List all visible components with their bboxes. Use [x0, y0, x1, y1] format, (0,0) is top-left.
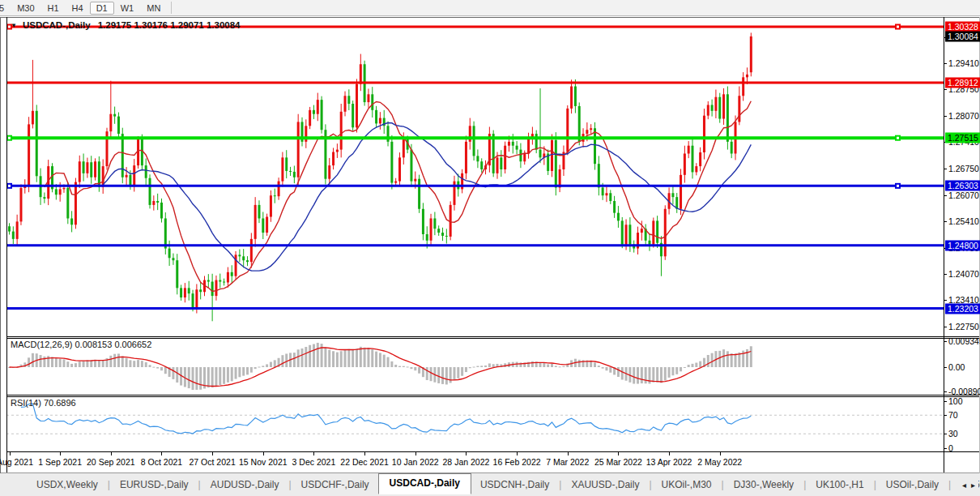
chart-title-ohlc: 1.29175 1.30176 1.29071 1.30084	[98, 20, 241, 30]
tab-usdcnh-daily[interactable]: USDCNH-,Daily	[471, 475, 558, 494]
tab-eurusd-daily[interactable]: EURUSD-,Daily	[111, 475, 198, 494]
rsi-pane-canvas[interactable]	[6, 396, 944, 451]
date-axis-tickmark	[161, 452, 162, 455]
price-axis-tickmark	[944, 274, 947, 275]
tab-ukoil-m30[interactable]: UKOil-,M30	[653, 475, 721, 494]
price-axis-label: 1.24070	[948, 269, 979, 279]
price-axis-tickmark	[944, 300, 947, 301]
tab-usdchf-daily[interactable]: USDCHF-,Daily	[292, 475, 378, 494]
date-axis-tickmark	[415, 452, 416, 455]
date-axis-label: 27 Oct 2021	[190, 457, 236, 467]
price-axis-label: 1.25410	[948, 216, 979, 226]
rsi-axis-tickmark	[944, 434, 947, 434]
timeframe-button-h1[interactable]: H1	[41, 2, 66, 15]
price-axis-label: 1.28070	[948, 111, 979, 121]
date-axis-label: 28 Jan 2022	[443, 457, 490, 467]
date-axis-tickmark	[263, 452, 264, 455]
tab-usoil-daily[interactable]: USOil-,Daily	[877, 475, 948, 494]
frame-line	[6, 395, 980, 396]
price-tag-1.23203: 1.23203	[945, 303, 980, 314]
price-tag-1.28912: 1.28912	[945, 78, 980, 88]
price-tag-1.24800: 1.24800	[945, 240, 980, 250]
date-axis-label: 13 Aug 2021	[0, 457, 33, 467]
price-tag-1.27515: 1.27515	[945, 133, 980, 143]
price-axis-label: 1.26070	[948, 190, 979, 200]
tab-audusd-daily[interactable]: AUDUSD-,Daily	[202, 475, 288, 494]
date-axis-label: 2 May 2022	[697, 457, 742, 467]
tab-usdcad-daily[interactable]: USDCAD-,Daily	[378, 473, 471, 494]
date-axis-label: 13 Apr 2022	[646, 457, 692, 467]
rsi-axis-label: 0	[948, 443, 953, 453]
date-axis-label: 7 Mar 2022	[546, 457, 589, 467]
tabs-scroll-left-icon[interactable]: ◂	[962, 481, 966, 490]
ma-slow-line	[103, 123, 751, 272]
date-axis-tickmark	[720, 452, 721, 455]
price-axis-tickmark	[944, 89, 947, 90]
tab-dj30-weekly[interactable]: DJ30-,Weekly	[725, 475, 803, 494]
price-axis-label: 1.29410	[948, 58, 979, 68]
rsi-axis-tickmark	[944, 415, 947, 416]
date-axis-label: 25 Mar 2022	[594, 457, 642, 467]
date-axis-label: 16 Feb 2022	[493, 457, 541, 467]
date-axis-tickmark	[212, 452, 213, 455]
timeframe-button-m30[interactable]: M30	[11, 2, 40, 15]
chart-title: ▼ USDCAD-,Daily 1.29175 1.30176 1.29071 …	[11, 20, 241, 30]
macd-axis-label: -0.008902	[948, 387, 980, 396]
tab-uk100-h1[interactable]: UK100-,H1	[807, 475, 872, 494]
symbol-tab-bar: USDX,Weekly|EURUSD-,Daily|AUDUSD-,Daily|…	[0, 473, 980, 496]
price-axis-tickmark	[944, 63, 947, 64]
date-axis-label: 8 Oct 2021	[141, 457, 182, 467]
rsi-axis-label: 70	[948, 410, 958, 420]
tab-usdx-weekly[interactable]: USDX,Weekly	[28, 475, 107, 494]
macd-axis-tickmark	[944, 341, 947, 342]
date-axis-tickmark	[669, 452, 670, 455]
date-axis-label: 3 Dec 2021	[292, 457, 336, 467]
macd-axis-tickmark	[944, 367, 947, 368]
price-axis-label: 1.22750	[948, 322, 979, 331]
date-axis-tickmark	[111, 452, 112, 455]
frame-line	[0, 17, 980, 18]
date-axis-label: 20 Sep 2021	[87, 457, 135, 467]
macd-axis-label: 0.00	[948, 362, 965, 372]
price-axis-tickmark	[944, 195, 947, 196]
date-axis-label: 22 Dec 2021	[340, 457, 389, 467]
timeframe-button-w1[interactable]: W1	[114, 2, 141, 15]
tab-scroll-arrows: ◂ ▸	[959, 473, 978, 496]
frame-line	[6, 338, 980, 339]
date-axis-tickmark	[517, 452, 518, 455]
price-axis-tickmark	[944, 116, 947, 117]
date-axis-label: 15 Nov 2021	[239, 457, 288, 467]
rsi-line	[21, 404, 751, 434]
date-axis-label: 10 Jan 2022	[392, 457, 439, 467]
date-axis-tickmark	[313, 452, 314, 455]
timeframe-button-h4[interactable]: H4	[66, 2, 90, 15]
frame-line	[944, 17, 944, 472]
rsi-indicator-label: RSI(14) 70.6896	[11, 398, 76, 408]
macd-indicator-label: MACD(12,26,9) 0.008153 0.006652	[11, 340, 151, 349]
rsi-axis-label: 100	[948, 396, 963, 406]
frame-line	[6, 336, 980, 337]
toolbar-separator	[171, 2, 172, 14]
price-axis-label: 1.26750	[948, 164, 979, 173]
frame-line	[6, 396, 980, 397]
date-axis-tickmark	[60, 452, 61, 455]
rsi-axis-tickmark	[944, 448, 947, 449]
frame-line	[6, 451, 980, 452]
price-axis-tickmark	[944, 221, 947, 222]
tab-xauusd-daily[interactable]: XAUUSD-,Daily	[562, 475, 648, 494]
timeframe-button-mn[interactable]: MN	[140, 2, 167, 15]
date-axis-tickmark	[466, 452, 467, 455]
frame-line	[6, 17, 7, 472]
price-chart-canvas[interactable]	[6, 18, 944, 336]
date-axis-tickmark	[568, 452, 569, 455]
date-axis-tickmark	[618, 452, 619, 455]
object-marker-icon: ▼	[11, 22, 17, 29]
rsi-axis-label: 30	[948, 429, 958, 438]
date-axis-tickmark	[10, 452, 11, 455]
macd-axis-tickmark	[944, 391, 947, 392]
price-tag-1.26303: 1.26303	[945, 181, 980, 191]
timeframe-button-5[interactable]: 5	[0, 2, 11, 15]
tabs-scroll-right-icon[interactable]: ▸	[971, 481, 975, 490]
timeframe-button-d1[interactable]: D1	[90, 2, 114, 15]
frame-line	[0, 17, 1, 496]
